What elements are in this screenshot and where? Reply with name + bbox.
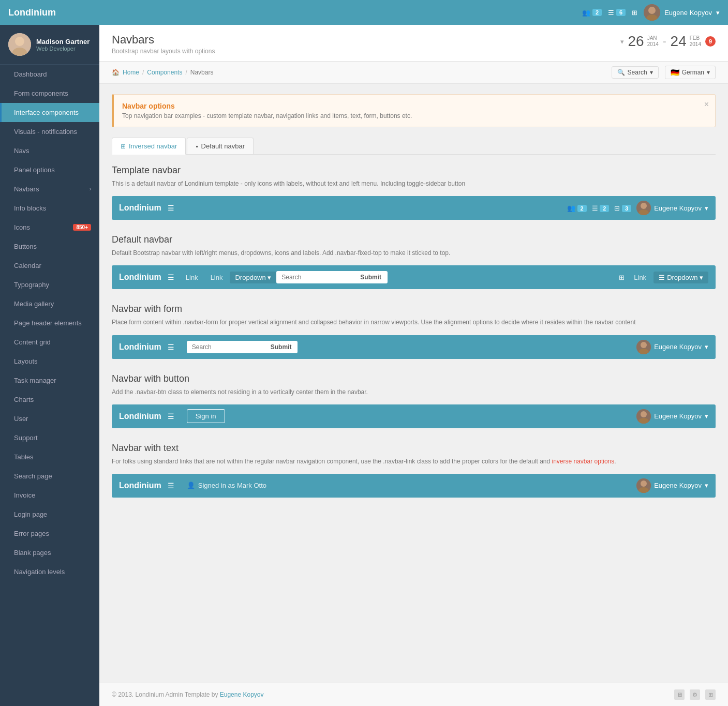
demo-user-avatar-template bbox=[636, 201, 651, 215]
demo-brand-form: Londinium bbox=[119, 342, 161, 352]
sidebar-item-navigation-levels[interactable]: Navigation levels bbox=[0, 562, 99, 581]
footer-icons: 🖥 ⚙ ⊞ bbox=[674, 689, 716, 700]
footer-monitor-icon[interactable]: 🖥 bbox=[674, 689, 685, 700]
sidebar-label-visuals-notifications: Visuals - notifications bbox=[14, 128, 77, 136]
demo-link1-default[interactable]: Link bbox=[181, 272, 203, 283]
demo-right-dropdown[interactable]: ☰ Dropdown ▾ bbox=[653, 272, 708, 283]
sidebar-item-user[interactable]: User bbox=[0, 409, 99, 428]
demo-signin-button[interactable]: Sign in bbox=[187, 409, 225, 423]
sidebar-item-blank-pages[interactable]: Blank pages bbox=[0, 543, 99, 562]
sidebar-item-search-page[interactable]: Search page bbox=[0, 467, 99, 486]
demo-user-name-text: Eugene Kopyov bbox=[654, 482, 702, 489]
demo-dropdown-default[interactable]: Dropdown ▾ bbox=[230, 272, 276, 283]
app-body: Madison Gartner Web Developer Dashboard … bbox=[0, 25, 728, 706]
top-user-menu[interactable]: Eugene Kopyov ▾ bbox=[644, 4, 720, 21]
demo-hamburger-form[interactable]: ☰ bbox=[168, 343, 174, 351]
list-badge: 6 bbox=[616, 9, 626, 16]
sidebar-item-login-page[interactable]: Login page bbox=[0, 505, 99, 524]
language-button[interactable]: 🇩🇪 German ▾ bbox=[665, 66, 716, 79]
demo-submit-default[interactable]: Submit bbox=[354, 271, 388, 283]
date-to-day: 24 bbox=[671, 33, 687, 50]
demo-search-input-form[interactable] bbox=[187, 341, 264, 353]
tab-inversed[interactable]: ⊞Inversed navbar bbox=[112, 138, 186, 155]
demo-hamburger-text[interactable]: ☰ bbox=[168, 482, 174, 490]
alert-body: Top navigation bar examples - custom tem… bbox=[122, 112, 707, 119]
sidebar-item-tables[interactable]: Tables bbox=[0, 447, 99, 467]
sidebar-item-content-grid[interactable]: Content grid bbox=[0, 333, 99, 352]
sidebar-item-page-header-elements[interactable]: Page header elements bbox=[0, 313, 99, 333]
demo-search-input-default[interactable] bbox=[276, 271, 354, 283]
demo-hamburger-button[interactable]: ☰ bbox=[168, 412, 174, 420]
flag-icon: 🇩🇪 bbox=[671, 68, 679, 77]
sidebar-item-typography[interactable]: Typography bbox=[0, 275, 99, 294]
demo-grid-icon: ⊞ bbox=[614, 204, 620, 212]
sidebar-item-calendar[interactable]: Calendar bbox=[0, 256, 99, 275]
demo-user-name-button: Eugene Kopyov bbox=[654, 412, 702, 420]
sidebar-item-buttons[interactable]: Buttons bbox=[0, 237, 99, 256]
sidebar-item-form-components[interactable]: Form components bbox=[0, 84, 99, 103]
app-brand[interactable]: Londinium bbox=[8, 7, 582, 18]
svg-point-1 bbox=[648, 7, 656, 14]
sidebar-item-dashboard[interactable]: Dashboard bbox=[0, 65, 99, 84]
breadcrumb-bar: 🏠 Home / Components / Navbars 🔍 Search ▾… bbox=[99, 62, 728, 84]
grid-icon-badge[interactable]: ⊞ bbox=[632, 9, 637, 17]
sidebar-label-login-page: Login page bbox=[14, 510, 47, 518]
sidebar-item-navs[interactable]: Navs bbox=[0, 141, 99, 160]
demo-user-avatar-text bbox=[636, 478, 651, 493]
sidebar-item-navbars[interactable]: Navbars › bbox=[0, 179, 99, 199]
sidebar-item-charts[interactable]: Charts bbox=[0, 390, 99, 409]
demo-user-section-button[interactable]: Eugene Kopyov ▾ bbox=[636, 409, 708, 424]
sidebar-label-calendar: Calendar bbox=[14, 262, 41, 269]
demo-right-link[interactable]: Link bbox=[629, 272, 651, 283]
demo-list-badge[interactable]: ☰ 2 bbox=[592, 204, 610, 212]
sidebar-item-error-pages[interactable]: Error pages bbox=[0, 524, 99, 543]
users-icon-badge[interactable]: 👥 2 bbox=[582, 9, 602, 17]
inverse-link[interactable]: inverse navbar options bbox=[552, 458, 615, 465]
home-icon: 🏠 bbox=[112, 69, 120, 76]
demo-navbar-form: Londinium ☰ Submit Eugene Kopyov ▾ bbox=[112, 335, 716, 359]
breadcrumb-components[interactable]: Components bbox=[147, 69, 182, 76]
sidebar-item-task-manager[interactable]: Task manager bbox=[0, 371, 99, 390]
demo-user-section-template[interactable]: Eugene Kopyov ▾ bbox=[636, 201, 708, 215]
sidebar-item-icons[interactable]: Icons 850+ bbox=[0, 218, 99, 237]
footer-author-link[interactable]: Eugene Kopyov bbox=[220, 691, 264, 698]
demo-navbar-text: Londinium ☰ 👤 Signed in as Mark Otto Eug… bbox=[112, 474, 716, 498]
sidebar-item-invoice[interactable]: Invoice bbox=[0, 486, 99, 505]
sidebar-user: Madison Gartner Web Developer bbox=[0, 25, 99, 65]
sidebar-item-visuals-notifications[interactable]: Visuals - notifications bbox=[0, 122, 99, 141]
demo-links-default: Link Link Dropdown ▾ bbox=[181, 272, 277, 283]
date-dropdown-icon[interactable]: ▾ bbox=[620, 38, 624, 46]
list-icon-badge[interactable]: ☰ 6 bbox=[608, 9, 626, 17]
sidebar-item-interface-components[interactable]: Interface components bbox=[0, 103, 99, 122]
date-range-from: 26 JAN 2014 bbox=[628, 33, 659, 50]
sidebar-item-support[interactable]: Support bbox=[0, 428, 99, 447]
demo-grid-badge[interactable]: ⊞ 3 bbox=[614, 204, 631, 212]
demo-users-badge[interactable]: 👥 2 bbox=[567, 204, 587, 212]
page-header-left: Navbars Bootstrap navbar layouts with op… bbox=[112, 33, 215, 55]
tab-default[interactable]: ▪Default navbar bbox=[187, 138, 254, 154]
footer-grid-icon[interactable]: ⊞ bbox=[705, 689, 716, 700]
demo-hamburger-default[interactable]: ☰ bbox=[168, 273, 174, 281]
alert-close-button[interactable]: × bbox=[704, 100, 709, 109]
main-content: Navbars Bootstrap navbar layouts with op… bbox=[99, 25, 728, 706]
sidebar-item-media-gallery[interactable]: Media gallery bbox=[0, 294, 99, 313]
sidebar-item-info-blocks[interactable]: Info blocks bbox=[0, 199, 99, 218]
demo-user-section-form[interactable]: Eugene Kopyov ▾ bbox=[636, 340, 708, 354]
demo-submit-form[interactable]: Submit bbox=[264, 341, 298, 353]
demo-user-section-text[interactable]: Eugene Kopyov ▾ bbox=[636, 478, 708, 493]
section-navbar-with-form: Navbar with form Place form content with… bbox=[112, 304, 716, 358]
sidebar-label-search-page: Search page bbox=[14, 472, 52, 480]
search-button[interactable]: 🔍 Search ▾ bbox=[612, 66, 659, 79]
sidebar-item-layouts[interactable]: Layouts bbox=[0, 352, 99, 371]
footer-settings-icon[interactable]: ⚙ bbox=[690, 689, 700, 700]
sidebar-label-layouts: Layouts bbox=[14, 357, 38, 365]
svg-point-13 bbox=[641, 411, 647, 417]
sidebar-item-panel-options[interactable]: Panel options bbox=[0, 160, 99, 179]
demo-navbar-default: Londinium ☰ Link Link Dropdown ▾ Submit … bbox=[112, 265, 716, 289]
demo-hamburger-template[interactable]: ☰ bbox=[168, 204, 174, 212]
demo-link2-default[interactable]: Link bbox=[205, 272, 228, 283]
breadcrumb-home[interactable]: Home bbox=[123, 69, 139, 76]
section-desc-template-navbar: This is a default navbar of Londinium te… bbox=[112, 179, 716, 189]
page-subtitle: Bootstrap navbar layouts with options bbox=[112, 48, 215, 55]
demo-signed-in-text: Signed in as Mark Otto bbox=[198, 482, 266, 489]
